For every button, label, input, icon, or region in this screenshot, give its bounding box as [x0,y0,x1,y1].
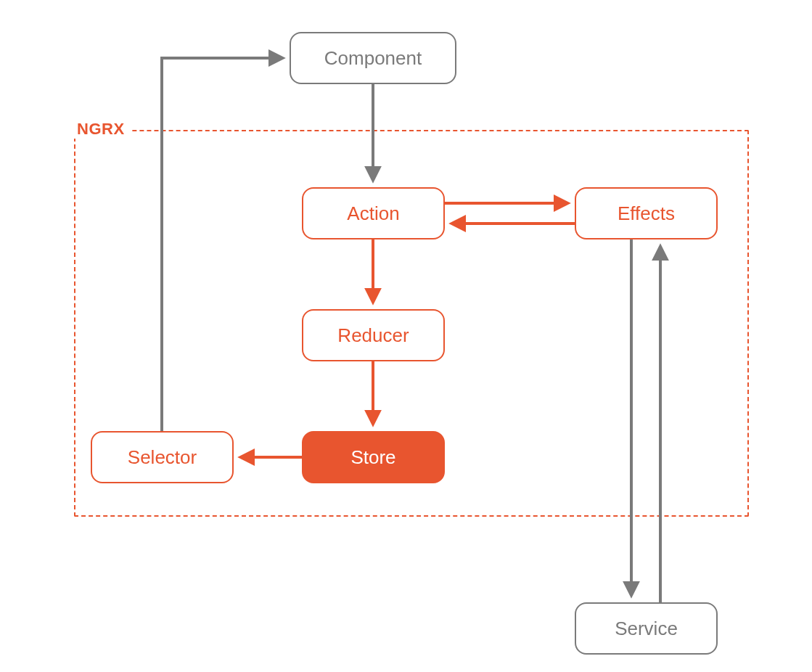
node-action-label: Action [347,202,399,225]
node-effects: Effects [575,187,718,239]
node-store-label: Store [350,446,395,469]
node-store: Store [302,431,445,483]
node-component-label: Component [324,47,422,70]
node-service: Service [575,602,718,655]
node-reducer-label: Reducer [337,324,409,347]
diagram-canvas: NGRX Component Action Effects Reducer St… [0,0,812,672]
node-component: Component [290,32,456,84]
ngrx-container-label: NGRX [71,120,131,139]
node-selector-label: Selector [128,446,197,469]
node-service-label: Service [615,618,678,640]
node-selector: Selector [91,431,234,483]
node-effects-label: Effects [618,202,675,225]
node-reducer: Reducer [302,309,445,361]
node-action: Action [302,187,445,239]
